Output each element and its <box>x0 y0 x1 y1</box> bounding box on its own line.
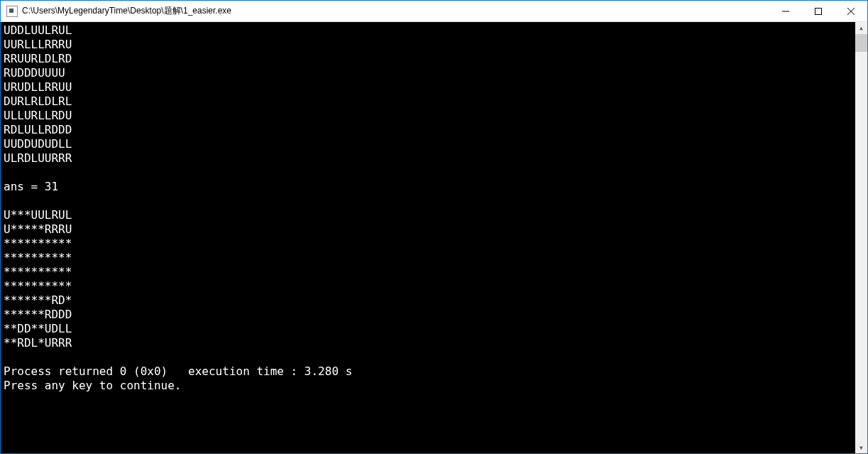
window-controls <box>769 1 867 21</box>
console-line: RDLULLRDDD <box>4 123 864 137</box>
maximize-button[interactable] <box>802 1 835 21</box>
minimize-button[interactable] <box>769 1 802 21</box>
console-line: ULRDLUURRR <box>4 151 864 166</box>
console-line: ********** <box>4 265 864 279</box>
console-line: ans = 31 <box>4 180 864 194</box>
scroll-up-button[interactable]: ▲ <box>855 22 867 34</box>
console-line <box>4 350 864 364</box>
minimize-icon <box>782 8 789 15</box>
scroll-thumb[interactable] <box>855 34 867 52</box>
console-line: Press any key to continue. <box>4 379 864 393</box>
console-line: RUDDDUUUU <box>4 66 864 80</box>
window-title: C:\Users\MyLegendaryTime\Desktop\题解\1_ea… <box>22 5 769 17</box>
console-line: ULLURLLRDU <box>4 109 864 123</box>
console-line: UURLLLRRRU <box>4 38 864 52</box>
console-line: DURLRLDLRL <box>4 94 864 109</box>
console-line: URUDLLRRUU <box>4 80 864 94</box>
console-line: ********** <box>4 279 864 293</box>
console-area: UDDLUULRULUURLLLRRRURRUURLDLRDRUDDDUUUUU… <box>1 22 867 454</box>
console-line: U***UULRUL <box>4 208 864 222</box>
console-line: U*****RRRU <box>4 222 864 237</box>
console-line: *******RD* <box>4 293 864 308</box>
console-line: Process returned 0 (0x0) execution time … <box>4 364 864 379</box>
scroll-down-button[interactable]: ▼ <box>855 442 867 454</box>
svg-rect-1 <box>815 8 822 14</box>
console-output: UDDLUULRULUURLLLRRRURRUURLDLRDRUDDDUUUUU… <box>1 22 867 394</box>
close-button[interactable] <box>835 1 867 21</box>
vertical-scrollbar[interactable]: ▲ ▼ <box>855 22 867 454</box>
console-line: UUDDUDUDLL <box>4 137 864 151</box>
console-line: **DD**UDLL <box>4 322 864 336</box>
console-line: **RDL*URRR <box>4 336 864 350</box>
window-titlebar: C:\Users\MyLegendaryTime\Desktop\题解\1_ea… <box>1 1 867 22</box>
console-line: UDDLUULRUL <box>4 23 864 38</box>
app-icon <box>6 6 18 17</box>
console-line: ******RDDD <box>4 308 864 322</box>
maximize-icon <box>815 8 822 15</box>
console-line <box>4 166 864 180</box>
console-line: ********** <box>4 237 864 251</box>
close-icon <box>847 8 855 15</box>
console-line: ********** <box>4 251 864 265</box>
console-line <box>4 194 864 208</box>
console-line: RRUURLDLRD <box>4 52 864 66</box>
